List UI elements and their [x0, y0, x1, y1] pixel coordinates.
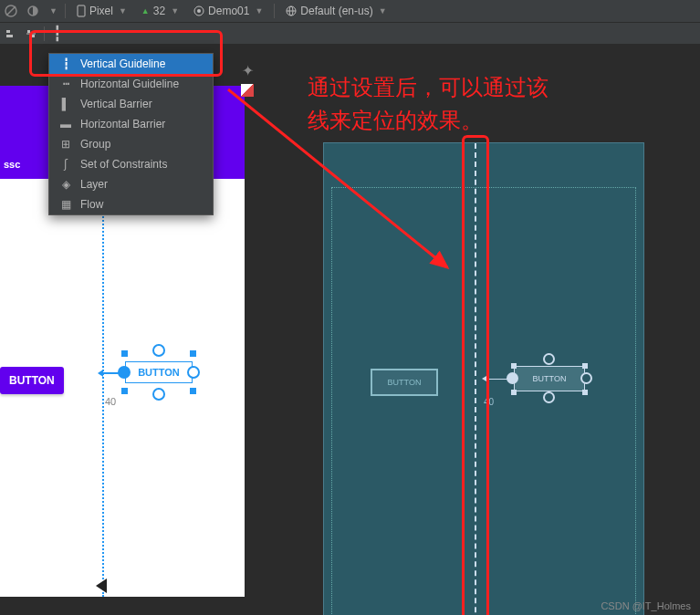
device-label: Pixel [89, 5, 113, 17]
menu-item-horizontal-guideline[interactable]: ┅ Horizontal Guideline [49, 74, 213, 94]
menu-item-vertical-guideline[interactable]: ┇ Vertical Guideline [49, 54, 213, 74]
svg-rect-13 [32, 35, 35, 37]
svg-rect-10 [6, 35, 13, 37]
top-toolbar: ▼ Pixel ▼ ▲ 32 ▼ Demo01 ▼ Default (en-us… [0, 0, 700, 22]
flow-icon: ▦ [58, 198, 73, 211]
resize-handle[interactable] [582, 363, 588, 369]
button-widget-2-selected[interactable]: BUTTON [121, 350, 196, 394]
constraint-handle[interactable] [118, 366, 131, 379]
blueprint-vertical-guideline[interactable] [475, 143, 476, 615]
watermark: CSDN @IT_Holmes [601, 600, 691, 611]
device-selector[interactable]: Pixel ▼ [73, 3, 131, 19]
margin-value: 40 [105, 396, 116, 407]
menu-item-flow[interactable]: ▦ Flow [49, 194, 213, 214]
phone-icon [77, 5, 86, 17]
chevron-down-icon: ▼ [379, 6, 387, 16]
view-mode-icon[interactable] [239, 82, 256, 99]
panel-tools: ✦ [239, 62, 256, 99]
locale-label: Default (en-us) [300, 5, 372, 17]
divider [44, 26, 45, 41]
api-label: 32 [153, 5, 165, 17]
theme-selector[interactable]: Demo01 ▼ [190, 3, 266, 19]
resize-handle[interactable] [582, 390, 588, 395]
vertical-barrier-icon: ▌ [58, 98, 73, 110]
main-area: ssc BUTTON BUTTON 40 ✦ [0, 44, 700, 615]
horizontal-guideline-icon: ┅ [58, 78, 73, 90]
divider [65, 4, 66, 18]
android-icon: ▲ [141, 6, 150, 16]
align-icon-2[interactable] [24, 26, 38, 41]
blueprint-button-1[interactable]: BUTTON [371, 369, 438, 396]
resize-handle[interactable] [511, 390, 517, 395]
menu-label: Layer [80, 178, 108, 191]
night-mode-icon[interactable] [26, 4, 40, 18]
svg-rect-12 [27, 30, 30, 33]
theme-icon [193, 5, 204, 16]
svg-line-1 [6, 6, 16, 16]
constraint-handle[interactable] [152, 344, 165, 357]
guideline-dropdown-icon[interactable]: ┇ [50, 26, 65, 41]
chevron-down-icon: ▼ [171, 6, 179, 16]
svg-rect-3 [78, 5, 85, 16]
chevron-down-icon: ▼ [255, 6, 263, 16]
app-title: ssc [4, 159, 20, 170]
wrench-icon[interactable]: ✦ [239, 62, 256, 78]
resize-handle[interactable] [121, 388, 128, 394]
api-selector[interactable]: ▲ 32 ▼ [138, 3, 183, 19]
menu-label: Group [80, 138, 110, 151]
menu-label: Flow [80, 198, 103, 211]
menu-label: Set of Constraints [80, 158, 167, 171]
constraints-icon: ʃ [58, 158, 73, 171]
constraint-handle[interactable] [507, 372, 518, 384]
menu-item-layer[interactable]: ◈ Layer [49, 174, 213, 194]
align-icon[interactable] [4, 26, 18, 41]
constraint-handle[interactable] [580, 372, 592, 384]
annotation-line: 通过设置后，可以通过该 [308, 71, 549, 104]
orientation-icon[interactable] [4, 4, 18, 18]
menu-item-horizontal-barrier[interactable]: ▬ Horizontal Barrier [49, 114, 213, 134]
resize-handle[interactable] [121, 350, 128, 357]
resize-handle[interactable] [190, 388, 196, 394]
guideline-handle-icon[interactable] [96, 579, 107, 593]
menu-item-constraints[interactable]: ʃ Set of Constraints [49, 154, 213, 174]
constraint-handle[interactable] [543, 353, 555, 365]
constraint-handle[interactable] [152, 388, 165, 401]
constraint-handle[interactable] [187, 366, 200, 379]
resize-handle[interactable] [511, 363, 517, 369]
sub-toolbar: ┇ [0, 22, 700, 44]
horizontal-barrier-icon: ▬ [58, 118, 73, 130]
locale-selector[interactable]: Default (en-us) ▼ [282, 3, 390, 19]
button-label: BUTTON [125, 361, 193, 383]
svg-rect-9 [6, 30, 10, 33]
menu-label: Vertical Guideline [80, 57, 165, 70]
resize-handle[interactable] [190, 350, 196, 357]
blueprint-surface[interactable]: BUTTON BUTTON 40 [323, 142, 644, 615]
divider [274, 4, 275, 18]
globe-icon [286, 5, 297, 16]
menu-item-group[interactable]: ⊞ Group [49, 134, 213, 154]
menu-label: Horizontal Guideline [80, 78, 179, 90]
vertical-guideline-icon: ┇ [58, 57, 73, 70]
menu-label: Horizontal Barrier [80, 118, 165, 130]
constraint-handle[interactable] [543, 391, 555, 403]
guideline-dropdown-menu: ┇ Vertical Guideline ┅ Horizontal Guidel… [48, 53, 214, 215]
menu-label: Vertical Barrier [80, 98, 152, 110]
chevron-down-icon: ▼ [49, 6, 57, 16]
layer-icon: ◈ [58, 178, 73, 191]
button-widget-1[interactable]: BUTTON [0, 367, 64, 394]
chevron-down-icon: ▼ [119, 6, 127, 16]
group-icon: ⊞ [58, 138, 73, 151]
annotation-line: 线来定位的效果。 [308, 104, 549, 137]
svg-point-5 [197, 9, 201, 13]
margin-value: 40 [484, 397, 494, 407]
button-label: BUTTON [514, 366, 585, 391]
annotation-text: 通过设置后，可以通过该 线来定位的效果。 [308, 71, 549, 137]
menu-item-vertical-barrier[interactable]: ▌ Vertical Barrier [49, 94, 213, 114]
theme-label: Demo01 [208, 5, 249, 17]
